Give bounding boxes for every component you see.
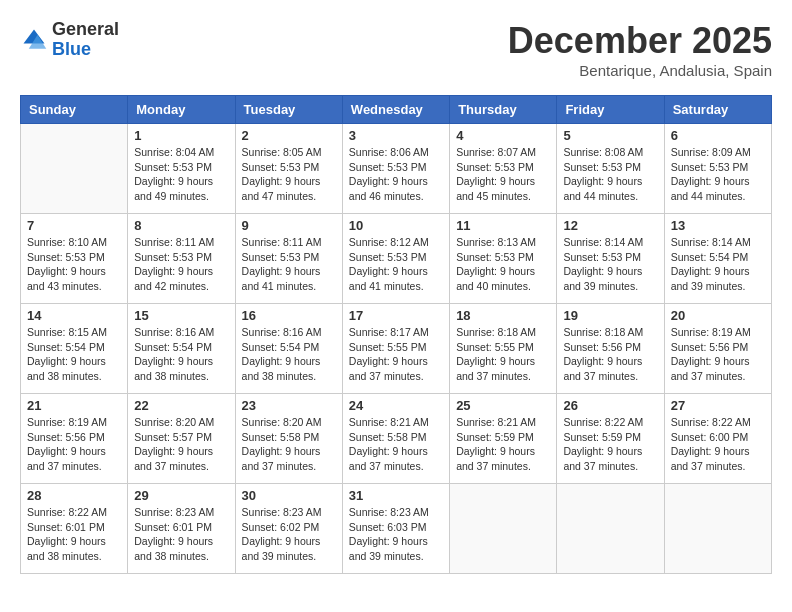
day-number: 5 (563, 128, 657, 143)
calendar-cell: 11Sunrise: 8:13 AM Sunset: 5:53 PM Dayli… (450, 214, 557, 304)
day-number: 15 (134, 308, 228, 323)
calendar-cell (450, 484, 557, 574)
day-number: 4 (456, 128, 550, 143)
calendar-header-row: SundayMondayTuesdayWednesdayThursdayFrid… (21, 96, 772, 124)
day-info: Sunrise: 8:10 AM Sunset: 5:53 PM Dayligh… (27, 235, 121, 294)
calendar-cell: 14Sunrise: 8:15 AM Sunset: 5:54 PM Dayli… (21, 304, 128, 394)
day-number: 14 (27, 308, 121, 323)
calendar-cell: 13Sunrise: 8:14 AM Sunset: 5:54 PM Dayli… (664, 214, 771, 304)
day-number: 21 (27, 398, 121, 413)
day-info: Sunrise: 8:21 AM Sunset: 5:59 PM Dayligh… (456, 415, 550, 474)
day-info: Sunrise: 8:14 AM Sunset: 5:54 PM Dayligh… (671, 235, 765, 294)
day-number: 27 (671, 398, 765, 413)
day-info: Sunrise: 8:05 AM Sunset: 5:53 PM Dayligh… (242, 145, 336, 204)
day-info: Sunrise: 8:19 AM Sunset: 5:56 PM Dayligh… (671, 325, 765, 384)
day-number: 16 (242, 308, 336, 323)
weekday-header-sunday: Sunday (21, 96, 128, 124)
day-info: Sunrise: 8:16 AM Sunset: 5:54 PM Dayligh… (134, 325, 228, 384)
calendar-week-1: 1Sunrise: 8:04 AM Sunset: 5:53 PM Daylig… (21, 124, 772, 214)
calendar-cell: 9Sunrise: 8:11 AM Sunset: 5:53 PM Daylig… (235, 214, 342, 304)
day-info: Sunrise: 8:18 AM Sunset: 5:55 PM Dayligh… (456, 325, 550, 384)
day-info: Sunrise: 8:11 AM Sunset: 5:53 PM Dayligh… (242, 235, 336, 294)
weekday-header-tuesday: Tuesday (235, 96, 342, 124)
calendar-cell: 12Sunrise: 8:14 AM Sunset: 5:53 PM Dayli… (557, 214, 664, 304)
day-info: Sunrise: 8:13 AM Sunset: 5:53 PM Dayligh… (456, 235, 550, 294)
page-header: General Blue December 2025 Bentarique, A… (20, 20, 772, 79)
day-number: 2 (242, 128, 336, 143)
day-number: 7 (27, 218, 121, 233)
calendar-week-3: 14Sunrise: 8:15 AM Sunset: 5:54 PM Dayli… (21, 304, 772, 394)
day-info: Sunrise: 8:23 AM Sunset: 6:01 PM Dayligh… (134, 505, 228, 564)
logo: General Blue (20, 20, 119, 60)
calendar-cell: 20Sunrise: 8:19 AM Sunset: 5:56 PM Dayli… (664, 304, 771, 394)
calendar-cell: 30Sunrise: 8:23 AM Sunset: 6:02 PM Dayli… (235, 484, 342, 574)
calendar-cell: 31Sunrise: 8:23 AM Sunset: 6:03 PM Dayli… (342, 484, 449, 574)
calendar-cell: 29Sunrise: 8:23 AM Sunset: 6:01 PM Dayli… (128, 484, 235, 574)
day-info: Sunrise: 8:21 AM Sunset: 5:58 PM Dayligh… (349, 415, 443, 474)
day-info: Sunrise: 8:23 AM Sunset: 6:02 PM Dayligh… (242, 505, 336, 564)
calendar-cell: 2Sunrise: 8:05 AM Sunset: 5:53 PM Daylig… (235, 124, 342, 214)
calendar-cell: 6Sunrise: 8:09 AM Sunset: 5:53 PM Daylig… (664, 124, 771, 214)
calendar-cell: 23Sunrise: 8:20 AM Sunset: 5:58 PM Dayli… (235, 394, 342, 484)
day-number: 12 (563, 218, 657, 233)
day-number: 17 (349, 308, 443, 323)
logo-general: General (52, 19, 119, 39)
day-number: 9 (242, 218, 336, 233)
month-title: December 2025 (508, 20, 772, 62)
calendar-cell (21, 124, 128, 214)
day-number: 23 (242, 398, 336, 413)
calendar-cell: 24Sunrise: 8:21 AM Sunset: 5:58 PM Dayli… (342, 394, 449, 484)
day-number: 8 (134, 218, 228, 233)
day-info: Sunrise: 8:06 AM Sunset: 5:53 PM Dayligh… (349, 145, 443, 204)
day-info: Sunrise: 8:20 AM Sunset: 5:57 PM Dayligh… (134, 415, 228, 474)
calendar-cell: 19Sunrise: 8:18 AM Sunset: 5:56 PM Dayli… (557, 304, 664, 394)
day-info: Sunrise: 8:23 AM Sunset: 6:03 PM Dayligh… (349, 505, 443, 564)
day-number: 10 (349, 218, 443, 233)
calendar-cell: 27Sunrise: 8:22 AM Sunset: 6:00 PM Dayli… (664, 394, 771, 484)
calendar-cell: 8Sunrise: 8:11 AM Sunset: 5:53 PM Daylig… (128, 214, 235, 304)
day-number: 30 (242, 488, 336, 503)
day-number: 13 (671, 218, 765, 233)
day-number: 25 (456, 398, 550, 413)
title-section: December 2025 Bentarique, Andalusia, Spa… (508, 20, 772, 79)
calendar-cell: 7Sunrise: 8:10 AM Sunset: 5:53 PM Daylig… (21, 214, 128, 304)
day-number: 22 (134, 398, 228, 413)
calendar-week-4: 21Sunrise: 8:19 AM Sunset: 5:56 PM Dayli… (21, 394, 772, 484)
day-info: Sunrise: 8:16 AM Sunset: 5:54 PM Dayligh… (242, 325, 336, 384)
day-info: Sunrise: 8:22 AM Sunset: 5:59 PM Dayligh… (563, 415, 657, 474)
calendar-cell (664, 484, 771, 574)
day-number: 31 (349, 488, 443, 503)
calendar-cell: 28Sunrise: 8:22 AM Sunset: 6:01 PM Dayli… (21, 484, 128, 574)
calendar-cell: 21Sunrise: 8:19 AM Sunset: 5:56 PM Dayli… (21, 394, 128, 484)
calendar-cell: 15Sunrise: 8:16 AM Sunset: 5:54 PM Dayli… (128, 304, 235, 394)
day-info: Sunrise: 8:09 AM Sunset: 5:53 PM Dayligh… (671, 145, 765, 204)
day-info: Sunrise: 8:17 AM Sunset: 5:55 PM Dayligh… (349, 325, 443, 384)
calendar-table: SundayMondayTuesdayWednesdayThursdayFrid… (20, 95, 772, 574)
calendar-cell: 10Sunrise: 8:12 AM Sunset: 5:53 PM Dayli… (342, 214, 449, 304)
calendar-cell (557, 484, 664, 574)
day-info: Sunrise: 8:19 AM Sunset: 5:56 PM Dayligh… (27, 415, 121, 474)
calendar-cell: 25Sunrise: 8:21 AM Sunset: 5:59 PM Dayli… (450, 394, 557, 484)
calendar-cell: 3Sunrise: 8:06 AM Sunset: 5:53 PM Daylig… (342, 124, 449, 214)
day-number: 29 (134, 488, 228, 503)
day-number: 24 (349, 398, 443, 413)
weekday-header-thursday: Thursday (450, 96, 557, 124)
day-number: 26 (563, 398, 657, 413)
logo-blue: Blue (52, 39, 91, 59)
day-info: Sunrise: 8:04 AM Sunset: 5:53 PM Dayligh… (134, 145, 228, 204)
day-info: Sunrise: 8:22 AM Sunset: 6:00 PM Dayligh… (671, 415, 765, 474)
location: Bentarique, Andalusia, Spain (508, 62, 772, 79)
logo-text: General Blue (52, 20, 119, 60)
weekday-header-monday: Monday (128, 96, 235, 124)
calendar-cell: 1Sunrise: 8:04 AM Sunset: 5:53 PM Daylig… (128, 124, 235, 214)
day-number: 28 (27, 488, 121, 503)
weekday-header-saturday: Saturday (664, 96, 771, 124)
calendar-cell: 22Sunrise: 8:20 AM Sunset: 5:57 PM Dayli… (128, 394, 235, 484)
calendar-week-5: 28Sunrise: 8:22 AM Sunset: 6:01 PM Dayli… (21, 484, 772, 574)
calendar-cell: 26Sunrise: 8:22 AM Sunset: 5:59 PM Dayli… (557, 394, 664, 484)
day-number: 20 (671, 308, 765, 323)
calendar-cell: 16Sunrise: 8:16 AM Sunset: 5:54 PM Dayli… (235, 304, 342, 394)
calendar-cell: 5Sunrise: 8:08 AM Sunset: 5:53 PM Daylig… (557, 124, 664, 214)
day-info: Sunrise: 8:14 AM Sunset: 5:53 PM Dayligh… (563, 235, 657, 294)
calendar-cell: 17Sunrise: 8:17 AM Sunset: 5:55 PM Dayli… (342, 304, 449, 394)
